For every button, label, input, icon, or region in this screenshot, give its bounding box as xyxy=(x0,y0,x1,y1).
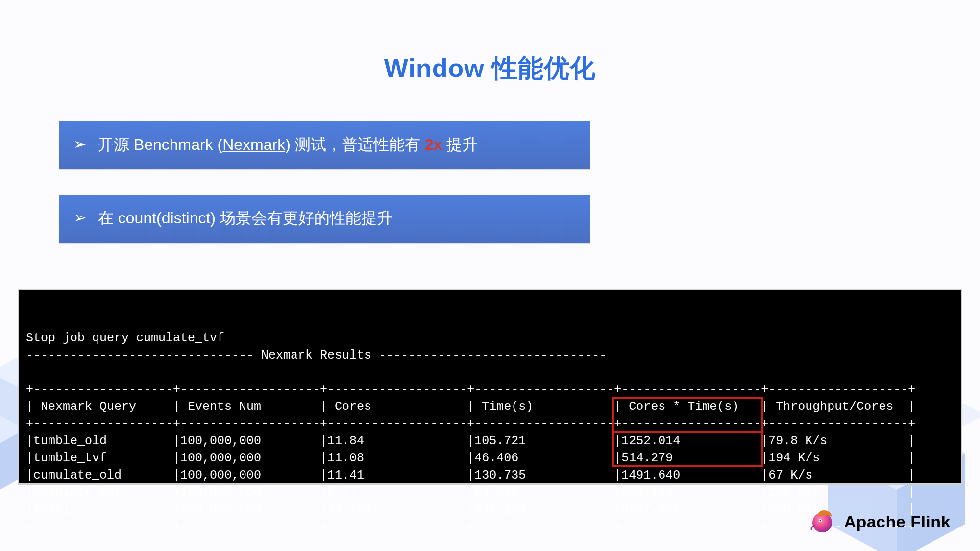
bullet1-post: 提升 xyxy=(442,136,478,153)
bullet-count-distinct: ➢ 在 count(distinct) 场景会有更好的性能提升 xyxy=(59,195,590,243)
page-title: Window 性能优化 xyxy=(0,51,980,86)
svg-point-16 xyxy=(820,520,821,522)
slide: Window 性能优化 ➢ 开源 Benchmark (Nexmark) 测试，… xyxy=(0,0,980,551)
bullet1-mid: ) 测试，普适性能有 xyxy=(285,136,424,153)
nexmark-link[interactable]: Nexmark xyxy=(222,136,285,153)
bullet1-emph: 2x xyxy=(425,136,442,153)
bullet2-text: 在 count(distinct) 场景会有更好的性能提升 xyxy=(98,209,392,227)
bullet-arrow-icon: ➢ xyxy=(74,135,87,153)
flink-logo-icon xyxy=(809,507,837,536)
bullet-benchmark: ➢ 开源 Benchmark (Nexmark) 测试，普适性能有 2x 提升 xyxy=(59,121,590,169)
brand-name: Apache Flink xyxy=(844,512,951,531)
terminal-output: Stop job query cumulate_tvf ------------… xyxy=(18,289,962,485)
bullet1-pre: 开源 Benchmark ( xyxy=(98,136,222,153)
svg-marker-4 xyxy=(0,372,20,426)
brand: Apache Flink xyxy=(809,507,951,536)
bullet-arrow-icon: ➢ xyxy=(74,208,87,227)
